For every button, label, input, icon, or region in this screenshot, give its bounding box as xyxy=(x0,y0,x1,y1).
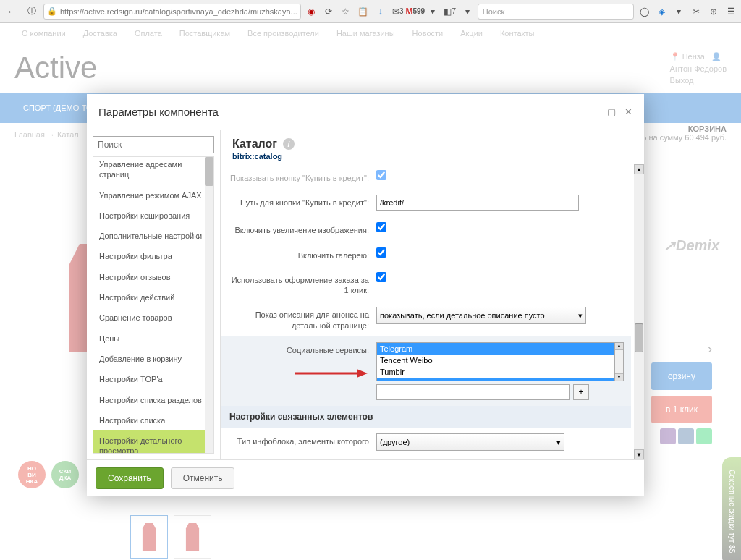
credit-btn-checkbox[interactable] xyxy=(376,170,386,180)
chevron-down-icon: ▾ xyxy=(578,311,583,321)
sidebar-item-active[interactable]: Настройки детального просмотра xyxy=(93,430,213,454)
browser-search[interactable]: Поиск xyxy=(478,4,634,20)
modal-titlebar: Параметры компонента ▢ ✕ xyxy=(87,94,644,130)
sidebar-item[interactable]: Настройки кеширования xyxy=(93,205,213,226)
dropdown-icon[interactable]: ▾ xyxy=(425,4,440,19)
sidebar-scrollbar[interactable] xyxy=(205,157,213,453)
social-add-input[interactable] xyxy=(376,384,570,400)
sidebar-item[interactable]: Сравнение товаров xyxy=(93,307,213,328)
url-text: https://active.redsign.ru/catalog/sporti… xyxy=(60,7,297,16)
sidebar-search-input[interactable] xyxy=(93,136,214,153)
sidebar-item[interactable]: Цены xyxy=(93,328,213,349)
option-telegram[interactable]: Telegram xyxy=(377,343,614,355)
ext3-icon[interactable]: ▾ xyxy=(672,4,686,19)
settings-scroll-area: Показывать кнопку "Купить в кредит": Пут… xyxy=(221,164,644,459)
field-label: Показ описания для анонса на детальной с… xyxy=(228,307,369,331)
section-header: Настройки связанных элементов xyxy=(221,406,631,428)
url-bar[interactable]: 🔒 https://active.redsign.ru/catalog/spor… xyxy=(43,4,301,20)
sidebar-item[interactable]: Добавление в корзину xyxy=(93,349,213,369)
chevron-down-icon: ▾ xyxy=(556,438,561,447)
field-label: Использовать оформление заказа за 1 клик… xyxy=(228,272,369,296)
close-icon[interactable]: ✕ xyxy=(624,106,632,117)
component-settings-modal: Параметры компонента ▢ ✕ Управление адре… xyxy=(87,94,644,496)
anons-select[interactable]: показывать, если детальное описание пуст… xyxy=(376,307,586,324)
field-label: Тип инфоблока, элементы которого xyxy=(228,433,369,446)
sidebar-item[interactable]: Дополнительные настройки xyxy=(93,226,213,246)
multiselect-scrollbar[interactable]: ▲ ▼ xyxy=(615,342,624,381)
clipboard-icon[interactable]: 📋 xyxy=(356,4,370,19)
chrome-icon[interactable]: ◯ xyxy=(637,4,651,19)
field-label: Социальные сервисы: xyxy=(228,342,369,355)
sidebar-item[interactable]: Управление режимом AJAX xyxy=(93,185,213,205)
reload-icon[interactable]: ⟳ xyxy=(321,4,336,19)
sidebar-list: Управление адресами страниц Управление р… xyxy=(93,156,214,454)
ext4-icon[interactable]: ✂ xyxy=(689,4,703,19)
social-multiselect[interactable]: Telegram Tencent Weibo Tumblr Twitter xyxy=(376,342,615,381)
save-button[interactable]: Сохранить xyxy=(96,467,164,489)
info-icon[interactable]: ⓘ xyxy=(23,3,41,20)
download-icon[interactable]: ↓ xyxy=(373,4,388,19)
field-label: Включить галерею: xyxy=(228,247,369,260)
gmail-icon[interactable]: M599 xyxy=(408,4,423,19)
sidebar-item[interactable]: Настройки фильтра xyxy=(93,246,213,266)
credit-path-input[interactable] xyxy=(376,195,579,211)
social-add-button[interactable]: + xyxy=(573,384,589,400)
field-label: Включить увеличение изображения: xyxy=(228,222,369,235)
modal-content: Каталог i bitrix:catalog Показывать кноп… xyxy=(221,130,644,459)
cancel-button[interactable]: Отменить xyxy=(171,467,235,489)
sidebar-item[interactable]: Настройки отзывов xyxy=(93,267,213,287)
ext2-icon[interactable]: ◈ xyxy=(654,4,669,19)
modal-title: Параметры компонента xyxy=(98,106,607,118)
svg-marker-1 xyxy=(357,369,368,378)
ublock-icon[interactable]: ◉ xyxy=(304,4,318,19)
zoom-checkbox[interactable] xyxy=(376,222,386,232)
scroll-thumb[interactable] xyxy=(635,323,643,352)
option-twitter[interactable]: Twitter xyxy=(377,378,614,381)
scroll-down-button[interactable]: ▼ xyxy=(634,449,644,459)
modal-sidebar: Управление адресами страниц Управление р… xyxy=(87,130,221,459)
dropdown2-icon[interactable]: ▾ xyxy=(460,4,475,19)
sidebar-item[interactable]: Настройки списка xyxy=(93,410,213,430)
maximize-icon[interactable]: ▢ xyxy=(607,106,616,117)
field-label: Показывать кнопку "Купить в кредит": xyxy=(228,170,369,183)
infoblock-select[interactable]: (другое)▾ xyxy=(376,433,564,451)
browser-toolbar: ← ⓘ 🔒 https://active.redsign.ru/catalog/… xyxy=(0,0,741,23)
option-tencent[interactable]: Tencent Weibo xyxy=(377,355,614,366)
content-subtitle: bitrix:catalog xyxy=(232,152,632,161)
help-icon[interactable]: i xyxy=(283,138,295,150)
option-tumblr[interactable]: Tumblr xyxy=(377,366,614,378)
back-button[interactable]: ← xyxy=(3,3,20,20)
bookmark-icon[interactable]: ☆ xyxy=(339,4,353,19)
ext5-icon[interactable]: ⊕ xyxy=(706,4,721,19)
sidebar-item[interactable]: Настройки действий xyxy=(93,287,213,307)
sidebar-item[interactable]: Управление адресами страниц xyxy=(93,156,213,185)
modal-footer: Сохранить Отменить xyxy=(87,459,644,496)
oneclick-checkbox[interactable] xyxy=(376,272,386,282)
mail-icon[interactable]: ✉3 xyxy=(391,4,405,19)
menu-icon[interactable]: ☰ xyxy=(724,4,738,19)
lock-icon: 🔒 xyxy=(47,7,57,16)
field-label: Путь для кнопки "Купить в кредит": xyxy=(228,195,369,208)
content-title: Каталог i xyxy=(232,137,632,150)
ext-icon[interactable]: ◧7 xyxy=(443,4,457,19)
content-scrollbar[interactable]: ▲ ▼ xyxy=(634,164,644,459)
scroll-up-button[interactable]: ▲ xyxy=(634,164,644,174)
gallery-checkbox[interactable] xyxy=(376,247,386,258)
sidebar-item[interactable]: Настройки TOP'а xyxy=(93,369,213,389)
sidebar-item[interactable]: Настройки списка разделов xyxy=(93,390,213,410)
annotation-arrow xyxy=(295,366,368,381)
